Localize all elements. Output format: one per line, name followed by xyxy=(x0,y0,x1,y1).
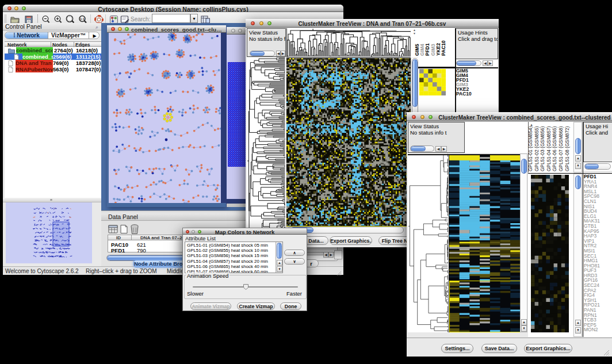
svg-text:1:1: 1:1 xyxy=(80,17,85,21)
